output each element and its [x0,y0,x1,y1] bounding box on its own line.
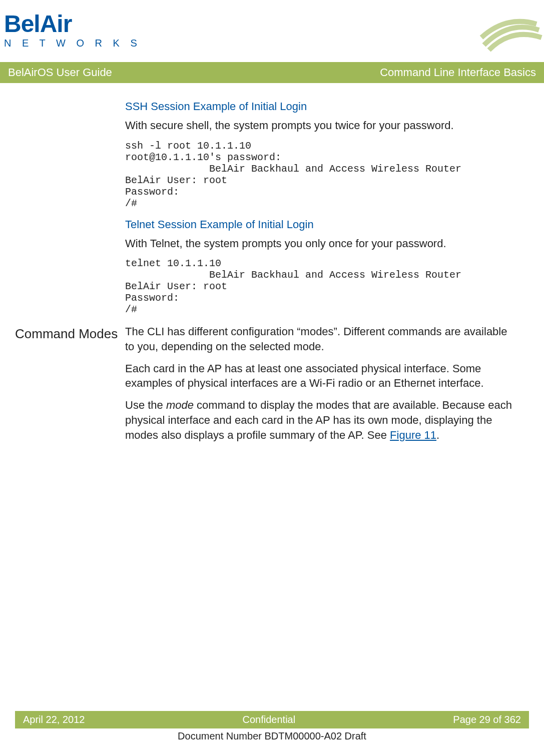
content-body: SSH Session Example of Initial Login Wit… [0,83,544,324]
telnet-intro: With Telnet, the system prompts you only… [125,236,519,251]
header: BelAir N E T W O R K S [0,0,544,62]
footer: April 22, 2012 Confidential Page 29 of 3… [15,711,529,742]
ssh-heading: SSH Session Example of Initial Login [125,100,519,113]
logo: BelAir N E T W O R K S [0,10,141,49]
ssh-intro: With secure shell, the system prompts yo… [125,118,519,133]
telnet-code: telnet 10.1.1.10 BelAir Backhaul and Acc… [125,258,519,315]
figure-link[interactable]: Figure 11 [390,429,436,441]
footer-docnum: Document Number BDTM00000-A02 Draft [15,730,529,742]
modes-p3c: . [436,429,439,441]
modes-p3a: Use the [125,399,166,411]
title-bar: BelAirOS User Guide Command Line Interfa… [0,62,544,83]
title-right: Command Line Interface Basics [380,66,536,79]
command-modes-heading: Command Modes [15,326,125,342]
title-left: BelAirOS User Guide [8,66,112,79]
logo-sub-text: N E T W O R K S [4,38,141,49]
footer-date: April 22, 2012 [23,714,85,725]
modes-p3: Use the mode command to display the mode… [125,398,519,442]
swirl-icon [479,10,544,57]
ssh-code: ssh -l root 10.1.1.10 root@10.1.1.10's p… [125,140,519,209]
telnet-heading: Telnet Session Example of Initial Login [125,218,519,231]
logo-main-text: BelAir [4,10,141,38]
modes-p2: Each card in the AP has at least one ass… [125,361,519,391]
footer-page: Page 29 of 362 [453,714,521,725]
modes-p1: The CLI has different configuration “mod… [125,324,519,354]
mode-command-word: mode [166,399,194,411]
footer-confidential: Confidential [243,714,296,725]
footer-green-bar: April 22, 2012 Confidential Page 29 of 3… [15,711,529,728]
command-modes-row: Command Modes The CLI has different conf… [0,324,544,449]
